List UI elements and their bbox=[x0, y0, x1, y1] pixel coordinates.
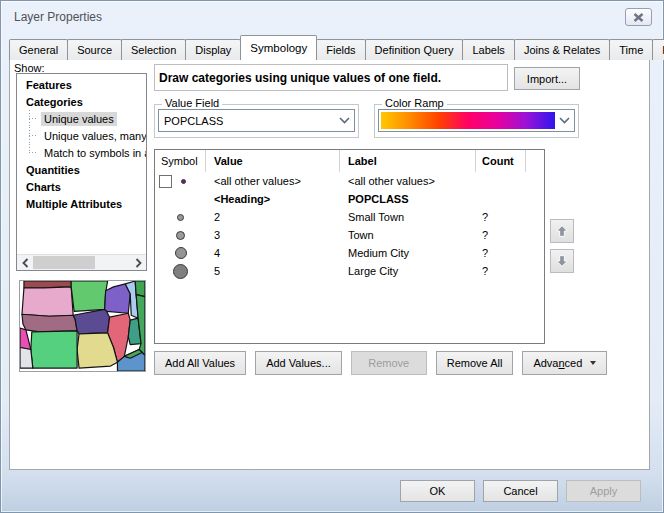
cell-value: 4 bbox=[206, 244, 340, 262]
symbol-dot[interactable] bbox=[176, 231, 185, 240]
cell-count: ? bbox=[476, 262, 526, 280]
move-down-button[interactable] bbox=[550, 249, 574, 273]
tab-html-popup[interactable]: HTML Popup bbox=[652, 39, 664, 60]
tree-scrollbar[interactable] bbox=[17, 254, 146, 270]
column-header-filler bbox=[526, 150, 544, 172]
cancel-button[interactable]: Cancel bbox=[483, 480, 558, 502]
remove-all-button[interactable]: Remove All bbox=[436, 351, 514, 375]
state-shape bbox=[22, 287, 73, 316]
scroll-track[interactable] bbox=[33, 255, 130, 270]
arrow-up-icon bbox=[554, 223, 570, 239]
cell-value: <Heading> bbox=[206, 190, 340, 208]
column-header-value[interactable]: Value bbox=[206, 150, 340, 172]
cell-value: 5 bbox=[206, 262, 340, 280]
table-row[interactable]: 3Town? bbox=[155, 226, 544, 244]
tab-labels[interactable]: Labels bbox=[462, 39, 514, 60]
cell-count bbox=[476, 190, 526, 208]
show-item-label: Charts bbox=[23, 180, 64, 194]
show-tree-box: FeaturesCategoriesUnique valuesUnique va… bbox=[16, 73, 147, 271]
tab-fields[interactable]: Fields bbox=[316, 39, 365, 60]
state-shape bbox=[71, 281, 107, 311]
apply-button[interactable]: Apply bbox=[566, 480, 641, 502]
window-title: Layer Properties bbox=[14, 10, 102, 24]
cell-value: 2 bbox=[206, 208, 340, 226]
tab-general[interactable]: General bbox=[9, 39, 68, 60]
move-up-button[interactable] bbox=[550, 219, 574, 243]
state-shape bbox=[105, 284, 131, 313]
tab-definition-query[interactable]: Definition Query bbox=[365, 39, 464, 60]
chevron-left-icon bbox=[22, 258, 29, 268]
cell-symbol bbox=[155, 226, 206, 244]
table-row[interactable]: <Heading>POPCLASS bbox=[155, 190, 544, 208]
scroll-thumb[interactable] bbox=[33, 256, 95, 269]
cell-label: Town bbox=[340, 226, 476, 244]
show-item-label: Match to symbols in a bbox=[41, 146, 147, 160]
tab-symbology[interactable]: Symbology bbox=[240, 35, 317, 60]
close-button[interactable] bbox=[625, 8, 652, 26]
add-values-button[interactable]: Add Values... bbox=[255, 351, 342, 375]
symbol-dot[interactable] bbox=[177, 214, 184, 221]
show-item-unique-values[interactable]: Unique values bbox=[17, 110, 146, 127]
color-ramp-label: Color Ramp bbox=[382, 97, 447, 109]
show-item-charts[interactable]: Charts bbox=[17, 178, 146, 195]
cell-value: <all other values> bbox=[206, 172, 340, 190]
cell-value: 3 bbox=[206, 226, 340, 244]
color-ramp-gradient bbox=[381, 112, 555, 129]
show-item-quantities[interactable]: Quantities bbox=[17, 161, 146, 178]
column-header-count[interactable]: Count bbox=[476, 150, 526, 172]
chevron-down-icon[interactable] bbox=[555, 110, 574, 131]
close-icon bbox=[633, 13, 644, 22]
value-field-selected: POPCLASS bbox=[159, 110, 335, 131]
state-shape bbox=[22, 314, 77, 332]
show-item-label: Unique values bbox=[41, 112, 117, 126]
show-item-features[interactable]: Features bbox=[17, 76, 146, 93]
column-header-label[interactable]: Label bbox=[340, 150, 476, 172]
state-shape bbox=[73, 309, 109, 333]
column-header-symbol[interactable]: Symbol bbox=[155, 150, 206, 172]
state-shape bbox=[20, 348, 33, 369]
show-item-categories[interactable]: Categories bbox=[17, 93, 146, 110]
scroll-right-button[interactable] bbox=[130, 255, 146, 270]
show-item-label: Categories bbox=[23, 95, 86, 109]
row-checkbox[interactable] bbox=[159, 175, 172, 188]
import-button[interactable]: Import... bbox=[514, 67, 580, 90]
show-item-multiple-attributes[interactable]: Multiple Attributes bbox=[17, 195, 146, 212]
cell-label: POPCLASS bbox=[340, 190, 476, 208]
cell-label: Large City bbox=[340, 262, 476, 280]
cell-label: <all other values> bbox=[340, 172, 476, 190]
table-body: <all other values><all other values><Hea… bbox=[155, 172, 544, 280]
cell-count: ? bbox=[476, 226, 526, 244]
ok-button[interactable]: OK bbox=[400, 480, 475, 502]
value-field-dropdown[interactable]: POPCLASS bbox=[158, 109, 355, 132]
table-row[interactable]: 4Medium City? bbox=[155, 244, 544, 262]
advanced-button[interactable]: Advanced bbox=[522, 351, 607, 375]
title-bar[interactable]: Layer Properties bbox=[1, 1, 663, 33]
show-item-unique-values-many[interactable]: Unique values, many bbox=[17, 127, 146, 144]
cell-count: ? bbox=[476, 244, 526, 262]
dropdown-arrow-icon bbox=[590, 361, 596, 365]
cell-symbol bbox=[155, 172, 206, 190]
table-row[interactable]: <all other values><all other values> bbox=[155, 172, 544, 190]
table-row[interactable]: 5Large City? bbox=[155, 262, 544, 280]
scroll-left-button[interactable] bbox=[17, 255, 33, 270]
add-all-values-button[interactable]: Add All Values bbox=[154, 351, 246, 375]
table-header: SymbolValueLabelCount bbox=[155, 150, 544, 172]
cell-count: ? bbox=[476, 208, 526, 226]
chevron-down-icon[interactable] bbox=[335, 110, 354, 131]
show-tree: FeaturesCategoriesUnique valuesUnique va… bbox=[17, 76, 146, 212]
symbol-dot[interactable] bbox=[175, 247, 187, 259]
symbol-dot[interactable] bbox=[173, 264, 188, 279]
tab-selection[interactable]: Selection bbox=[121, 39, 186, 60]
cell-symbol bbox=[155, 262, 206, 280]
color-ramp-dropdown[interactable] bbox=[378, 109, 575, 132]
tab-time[interactable]: Time bbox=[609, 39, 653, 60]
symbol-dot[interactable] bbox=[181, 179, 186, 184]
tab-display[interactable]: Display bbox=[185, 39, 241, 60]
chevron-right-icon bbox=[135, 258, 142, 268]
tab-source[interactable]: Source bbox=[67, 39, 122, 60]
show-item-label: Unique values, many bbox=[41, 129, 147, 143]
remove-button[interactable]: Remove bbox=[351, 351, 427, 375]
show-item-match-to-symbols-in-a[interactable]: Match to symbols in a bbox=[17, 144, 146, 161]
table-row[interactable]: 2Small Town? bbox=[155, 208, 544, 226]
tab-joins-relates[interactable]: Joins & Relates bbox=[514, 39, 610, 60]
